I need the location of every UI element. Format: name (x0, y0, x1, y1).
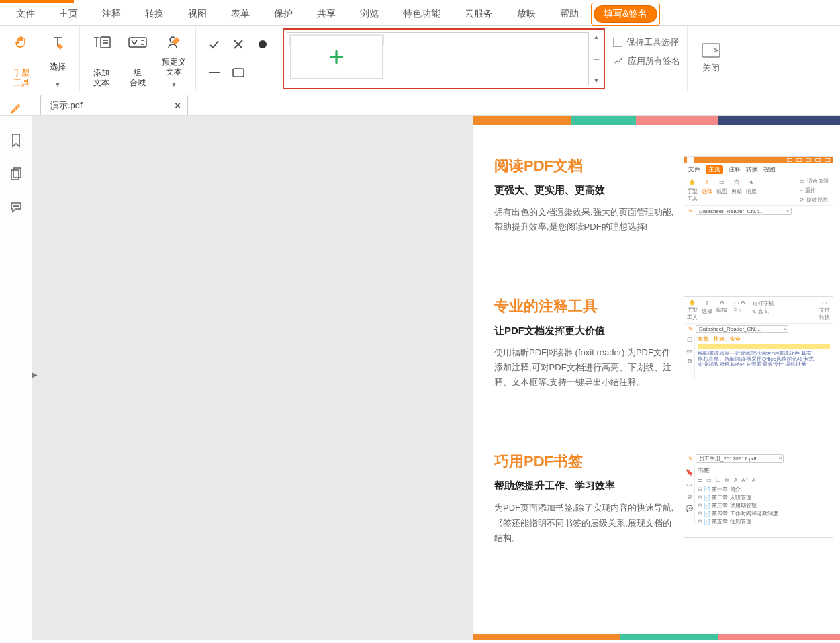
feature-read-thumb: 文件 主页 注释 转换 视图 ✋手型 工具 Ｔ选择 ▭截图 📋剪贴 ⊕缩放 ▭ … (684, 156, 833, 232)
pencil-icon[interactable] (1, 101, 31, 115)
pages-icon[interactable] (9, 167, 23, 181)
menu-cloud[interactable]: 云服务 (453, 3, 505, 25)
t3-tool-5: A⁻ (741, 477, 747, 483)
apply-icon (613, 56, 624, 67)
predef-text-button[interactable]: 预定义 文本 ▼ (159, 31, 189, 88)
feature-annotate-sub: 让PDF文档发挥更大价值 (494, 325, 674, 337)
t3-tool-0: ☰ (698, 477, 702, 483)
t3-tool-4: A (734, 477, 737, 483)
menu-protect[interactable]: 保护 (262, 3, 305, 25)
x-icon[interactable] (230, 36, 246, 52)
t2-line1: 福昕阅读器是一款功能强大的PDF阅读软件,具有 (698, 350, 830, 355)
line-icon[interactable] (206, 65, 222, 81)
svg-point-8 (13, 206, 15, 207)
combo-field-button[interactable]: 组 合域 (123, 31, 152, 88)
feature-bookmark-title: 巧用PDF书签 (494, 452, 674, 472)
t1-fit: 适合页面 (807, 177, 829, 185)
svg-point-9 (15, 206, 17, 207)
t2-line3: 企业和政府机构的PDF查看需求设计,提供批量 (698, 361, 830, 366)
ribbon-group-text: 添加 文本 组 合域 预定义 文本 ▼ (80, 26, 196, 91)
t1-reflow: 重排 (805, 187, 816, 194)
menu-help[interactable]: 帮助 (548, 3, 591, 25)
signature-gallery[interactable] (287, 32, 589, 85)
feature-annotate: 专业的注释工具 让PDF文档发挥更大价值 使用福昕PDF阅读器 (foxit r… (473, 265, 840, 421)
keep-tool-option[interactable]: 保持工具选择 (613, 36, 680, 48)
checkbox-icon[interactable] (613, 38, 622, 47)
close-label: 关闭 (702, 62, 720, 74)
scroll-down-icon[interactable]: ▼ (594, 77, 600, 84)
menu-browse[interactable]: 浏览 (348, 3, 391, 25)
bookmark-icon[interactable] (9, 133, 23, 148)
page-color-strip (473, 116, 840, 125)
menu-view[interactable]: 视图 (176, 3, 219, 25)
feature-bookmark-desc: 为PDF页面添加书签,除了实现内容的快速导航,书签还能指明不同书签的层级关系,展… (494, 501, 674, 545)
t2-sel: 选择 (702, 308, 712, 315)
feature-read: 阅读PDF文档 更强大、更实用、更高效 拥有出色的文档渲染效果,强大的页面管理功… (473, 125, 840, 265)
ribbon-group-tools: 手型 工具 选择 ▼ (0, 26, 80, 91)
t3-tool-3: ▤ (725, 477, 730, 483)
document-tab-label: 演示.pdf (50, 99, 83, 112)
feature-read-sub: 更强大、更实用、更高效 (494, 184, 674, 197)
t3-panel-title: 书签 (698, 466, 830, 475)
t3-tool-1: ▭ (706, 477, 712, 483)
menu-fill-sign[interactable]: 填写&签名 (594, 5, 657, 23)
menu-present[interactable]: 放映 (505, 3, 548, 25)
t1-menu-anno: 注释 (729, 165, 741, 174)
t3-node-0: 第一章 简介 (698, 486, 830, 494)
main-area: ▶ 阅读PDF文档 更强大、更实用、更高效 拥有出色的文档渲染效果,强大的页面管… (0, 116, 840, 640)
t2-highlight-row (698, 344, 830, 349)
plus-icon (328, 48, 345, 66)
t2-pencil-icon: ✎ (688, 326, 693, 332)
t2-line2: 格和表单。福昕阅读器采用Office风格的选项卡式, (698, 355, 830, 361)
svg-rect-7 (13, 168, 21, 177)
add-signature-button[interactable] (290, 36, 383, 79)
feature-read-title: 阅读PDF文档 (494, 156, 674, 176)
menu-form[interactable]: 表单 (219, 3, 262, 25)
t2-type: 打字机 (758, 300, 774, 307)
t3-tabfile: 员工手册_20120917.pdf (699, 456, 756, 462)
menu-convert[interactable]: 转换 (133, 3, 176, 25)
feature-annotate-desc: 使用福昕PDF阅读器 (foxit reader) 为PDF文件添加注释,可对P… (494, 345, 674, 390)
canvas-blank: ▶ (32, 116, 473, 640)
t1-menu-view: 视图 (763, 165, 776, 174)
select-button[interactable]: 选择 ▼ (43, 31, 73, 88)
menu-annotate[interactable]: 注释 (90, 3, 133, 25)
document-page: 阅读PDF文档 更强大、更实用、更高效 拥有出色的文档渲染效果,强大的页面管理功… (473, 116, 840, 640)
apply-all-label: 应用所有签名 (628, 55, 680, 67)
sidebar (0, 116, 32, 640)
svg-rect-6 (11, 170, 19, 179)
t2-hand: 手型 工具 (687, 306, 698, 321)
menu-home[interactable]: 主页 (47, 3, 90, 25)
dot-icon[interactable] (254, 36, 271, 52)
scroll-up-icon[interactable]: ▲ (594, 34, 600, 40)
hand-tool-button[interactable]: 手型 工具 (7, 31, 36, 88)
close-icon (702, 43, 720, 58)
close-tab-icon[interactable]: × (175, 99, 181, 111)
t2-tabfile: Datasheet_Reader_CN.... (699, 326, 761, 332)
menu-features[interactable]: 特色功能 (391, 3, 453, 25)
check-icon[interactable] (206, 36, 222, 52)
text-select-icon (50, 32, 66, 52)
comments-icon[interactable] (9, 200, 23, 214)
apply-all-option[interactable]: 应用所有签名 (613, 55, 680, 67)
shape-empty (254, 65, 271, 81)
t1-zoom: 缩放 (746, 187, 757, 195)
hand-icon (13, 32, 30, 52)
menu-file[interactable]: 文件 (4, 3, 47, 25)
t3-node-3: 第四章 工作时间和考勤制度 (698, 510, 830, 518)
menu-share[interactable]: 共享 (305, 3, 348, 25)
feature-read-desc: 拥有出色的文档渲染效果,强大的页面管理功能,帮助提升效率,是您阅读PDF的理想选… (494, 205, 674, 234)
t3-node-4: 第五章 往则管理 (698, 518, 830, 526)
document-tab[interactable]: 演示.pdf × (40, 95, 188, 115)
add-text-label: 添加 文本 (93, 68, 109, 88)
t1-rotate: 旋转视图 (806, 196, 828, 204)
feature-bookmark: 巧用PDF书签 帮助您提升工作、学习效率 为PDF页面添加书签,除了实现内容的快… (473, 421, 840, 576)
expand-handle-icon[interactable]: ▶ (32, 371, 38, 378)
add-text-button[interactable]: 添加 文本 (87, 31, 116, 88)
ribbon: 手型 工具 选择 ▼ 添加 文本 组 合域 预定义 文本 (0, 26, 840, 91)
rect-icon[interactable] (230, 65, 246, 81)
close-button[interactable]: 关闭 (687, 26, 734, 91)
signature-scroll[interactable]: ▲ — ▼ (592, 32, 601, 85)
select-caret-icon: ▼ (55, 81, 61, 88)
svg-rect-0 (101, 37, 110, 48)
